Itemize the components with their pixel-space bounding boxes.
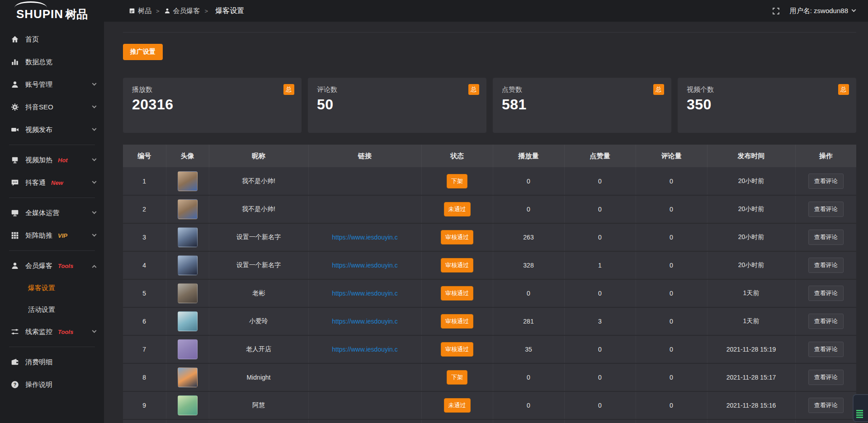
cell-number: 3 [123, 223, 166, 251]
sidebar-item-label: 账号管理 [25, 80, 52, 89]
content-divider [123, 32, 856, 33]
cell-action: 查看评论 [795, 251, 856, 279]
view-comments-button[interactable]: 查看评论 [808, 342, 844, 357]
stat-total-badge: 总 [468, 84, 479, 95]
view-comments-button[interactable]: 查看评论 [808, 286, 844, 301]
chevron-down-icon [92, 81, 97, 85]
sidebar-item-label: 首页 [25, 35, 39, 44]
monitor-icon [11, 209, 19, 217]
cell-plays: 0 [493, 391, 564, 419]
stat-value: 350 [687, 96, 847, 113]
sidebar-item-label: 抖音SEO [25, 103, 53, 112]
sidebar-item-consume-detail[interactable]: 消费明细 [0, 351, 104, 373]
avatar [178, 283, 198, 303]
stat-label: 评论数 [317, 85, 477, 94]
sidebar-item-all-media[interactable]: 全媒体运营 [0, 202, 104, 224]
cell-link: https://www.iesdouyin.c [308, 223, 421, 251]
cell-number [123, 419, 166, 423]
table-row: 8Midnight下架0002021-11-28 15:17查看评论 [123, 363, 856, 391]
cell-link [308, 419, 421, 423]
cell-avatar [166, 307, 209, 335]
topbar-right: 用户名: zswodun88 [772, 7, 855, 15]
table-column-header: 发布时间 [707, 145, 795, 167]
promo-settings-button[interactable]: 推广设置 [123, 44, 163, 60]
breadcrumb-item-1[interactable]: 树品 [129, 7, 151, 15]
view-comments-button[interactable]: 查看评论 [808, 314, 844, 329]
chevron-down-icon [92, 232, 97, 236]
video-link[interactable]: https://www.iesdouyin.c [309, 318, 421, 325]
status-badge: 审核通过 [441, 286, 473, 301]
video-link[interactable]: https://www.iesdouyin.c [309, 346, 421, 353]
cell-likes: 0 [564, 223, 636, 251]
table-header-row: 编号头像昵称链接状态播放量点赞量评论量发布时间操作 [123, 145, 856, 167]
sidebar-item-douyin-seo[interactable]: 抖音SEO [0, 96, 104, 118]
sidebar-item-video-heat[interactable]: 视频加热Hot [0, 149, 104, 171]
sidebar-item-clue-monitor[interactable]: 线索监控Tools [0, 320, 104, 343]
view-comments-button[interactable]: 查看评论 [808, 258, 844, 273]
sidebar-item-label: 数据总览 [25, 58, 52, 66]
cell-status: 下架 [421, 363, 493, 391]
sidebar-item-douketong[interactable]: 抖客通New [0, 171, 104, 194]
sidebar-item-matrix-boost[interactable]: 矩阵助推VIP [0, 224, 104, 247]
chevron-down-icon [92, 328, 97, 333]
logo-text-cn: 树品 [65, 7, 88, 22]
cell-likes: 0 [564, 167, 636, 195]
dashboard-icon [129, 8, 135, 14]
cell-nickname: 设置一个新名字 [209, 223, 308, 251]
video-link[interactable]: https://www.iesdouyin.c [309, 290, 421, 297]
cell-publish-time: 2021-11-28 15:16 [707, 391, 795, 419]
cell-publish-time: 20小时前 [707, 251, 795, 279]
sidebar-subitem-baoke-settings[interactable]: 爆客设置 [0, 277, 104, 299]
table-column-header: 编号 [123, 145, 166, 167]
sidebar-subitem-activity-settings[interactable]: 活动设置 [0, 299, 104, 320]
sidebar-item-data-overview[interactable]: 数据总览 [0, 51, 104, 73]
bar-chart-icon [11, 58, 19, 66]
sidebar-divider [9, 197, 95, 198]
cell-action: 查看评论 [795, 363, 856, 391]
fullscreen-icon[interactable] [772, 7, 780, 15]
video-link[interactable]: https://www.iesdouyin.c [309, 234, 421, 241]
cell-likes: 0 [564, 279, 636, 307]
breadcrumb-item-3: 爆客设置 [215, 6, 244, 16]
table-column-header: 评论量 [636, 145, 707, 167]
breadcrumb-item-2[interactable]: 会员爆客 [164, 7, 200, 15]
app-logo: SHUPIN 树品 [0, 0, 104, 25]
cell-link [308, 391, 421, 419]
avatar [178, 395, 198, 415]
sidebar-item-label: 抖客通 [25, 179, 46, 187]
cell-plays: 263 [493, 223, 564, 251]
grid-icon [11, 231, 19, 240]
view-comments-button[interactable]: 查看评论 [808, 370, 844, 385]
view-comments-button[interactable]: 查看评论 [808, 398, 844, 413]
stat-card: 点赞数581总 [493, 78, 671, 133]
sidebar-item-operation-guide[interactable]: ?操作说明 [0, 373, 104, 396]
user-menu[interactable]: 用户名: zswodun88 [790, 7, 855, 15]
view-comments-button[interactable]: 查看评论 [808, 230, 844, 245]
sidebar-item-label: 线索监控 [25, 328, 52, 336]
table-column-header: 状态 [421, 145, 493, 167]
view-comments-button[interactable]: 查看评论 [808, 202, 844, 217]
stat-cards: 播放数20316总评论数50总点赞数581总视频个数350总 [123, 78, 856, 133]
table-row: 2我不是小帅!未通过00020小时前查看评论 [123, 195, 856, 223]
chevron-down-icon [92, 156, 97, 161]
username-label: 用户名: zswodun88 [790, 7, 848, 15]
cell-status: 未通过 [421, 195, 493, 223]
sidebar-item-account-manage[interactable]: 账号管理 [0, 73, 104, 96]
cell-avatar [166, 279, 209, 307]
table-column-header: 头像 [166, 145, 209, 167]
cell-status: 未通过 [421, 391, 493, 419]
sidebar-item-home[interactable]: 首页 [0, 28, 104, 51]
cell-nickname: 小爱玲 [209, 307, 308, 335]
cell-avatar [166, 195, 209, 223]
video-link[interactable]: https://www.iesdouyin.c [309, 262, 421, 269]
cell-nickname: 我不是小帅! [209, 195, 308, 223]
floating-widget[interactable] [853, 394, 868, 422]
view-comments-button[interactable]: 查看评论 [808, 174, 844, 189]
sidebar-item-label: 全媒体运营 [25, 209, 59, 217]
sidebar-item-member-baoke[interactable]: 会员爆客Tools [0, 254, 104, 277]
cell-avatar [166, 167, 209, 195]
cell-action: 查看评论 [795, 335, 856, 363]
gear-icon [11, 103, 19, 111]
sidebar-item-video-publish[interactable]: 视频发布 [0, 118, 104, 141]
cell-likes [564, 419, 636, 423]
